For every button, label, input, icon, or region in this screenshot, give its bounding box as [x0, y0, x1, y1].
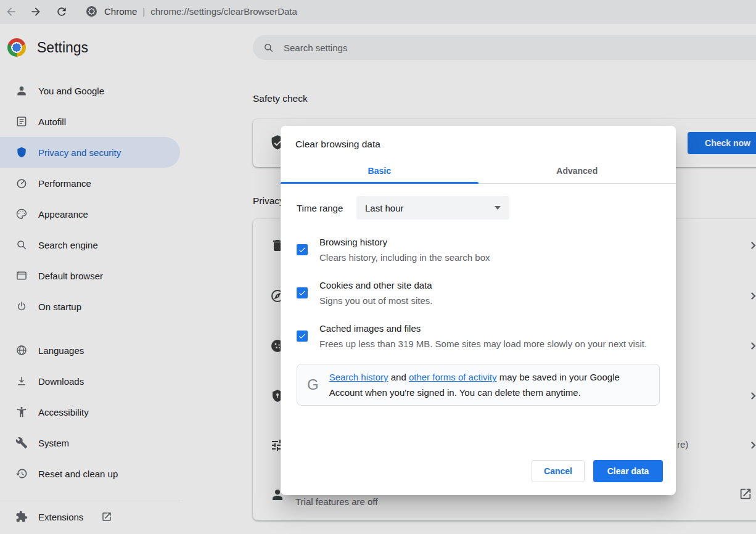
time-range-value: Last hour — [365, 203, 404, 213]
time-range-select[interactable]: Last hour — [356, 196, 509, 220]
cancel-button[interactable]: Cancel — [532, 460, 585, 482]
option-cookies: Cookies and other site data Signs you ou… — [297, 277, 660, 308]
option-title: Cookies and other site data — [319, 277, 432, 293]
other-forms-of-activity-link[interactable]: other forms of activity — [409, 372, 497, 382]
clear-browsing-data-dialog: Clear browsing data Basic Advanced Time … — [281, 126, 676, 495]
option-cached-files: Cached images and files Frees up less th… — [297, 321, 660, 351]
clear-data-button[interactable]: Clear data — [593, 460, 663, 482]
notice-text: Search history and other forms of activi… — [329, 369, 649, 400]
option-browsing-history: Browsing history Clears history, includi… — [297, 234, 660, 265]
option-description: Frees up less than 319 MB. Some sites ma… — [319, 336, 647, 351]
option-title: Cached images and files — [319, 321, 647, 336]
dialog-footer: Cancel Clear data — [281, 460, 676, 495]
option-description: Signs you out of most sites. — [319, 293, 432, 308]
notice-and-text: and — [388, 372, 409, 382]
option-text: Browsing history Clears history, includi… — [319, 234, 490, 265]
check-icon — [298, 332, 306, 340]
dialog-body: Time range Last hour Browsing history Cl… — [281, 184, 676, 460]
google-account-notice: G Search history and other forms of acti… — [297, 364, 660, 406]
cookies-checkbox[interactable] — [297, 287, 308, 298]
tab-basic[interactable]: Basic — [281, 158, 479, 183]
browsing-history-checkbox[interactable] — [297, 244, 308, 255]
dialog-title: Clear browsing data — [281, 126, 676, 158]
check-icon — [298, 289, 306, 297]
option-text: Cookies and other site data Signs you ou… — [319, 277, 432, 308]
cached-files-checkbox[interactable] — [297, 331, 308, 342]
tab-advanced[interactable]: Advanced — [479, 158, 676, 183]
clear-options-list: Browsing history Clears history, includi… — [297, 234, 660, 351]
time-range-label: Time range — [297, 203, 356, 213]
dialog-tabs: Basic Advanced — [281, 158, 676, 184]
option-title: Browsing history — [319, 234, 490, 250]
option-text: Cached images and files Frees up less th… — [319, 321, 647, 351]
time-range-row: Time range Last hour — [297, 196, 660, 220]
search-history-link[interactable]: Search history — [329, 372, 388, 382]
google-g-icon: G — [307, 376, 319, 393]
dropdown-caret-icon — [495, 206, 501, 210]
option-description: Clears history, including in the search … — [319, 250, 490, 265]
check-icon — [298, 245, 306, 254]
